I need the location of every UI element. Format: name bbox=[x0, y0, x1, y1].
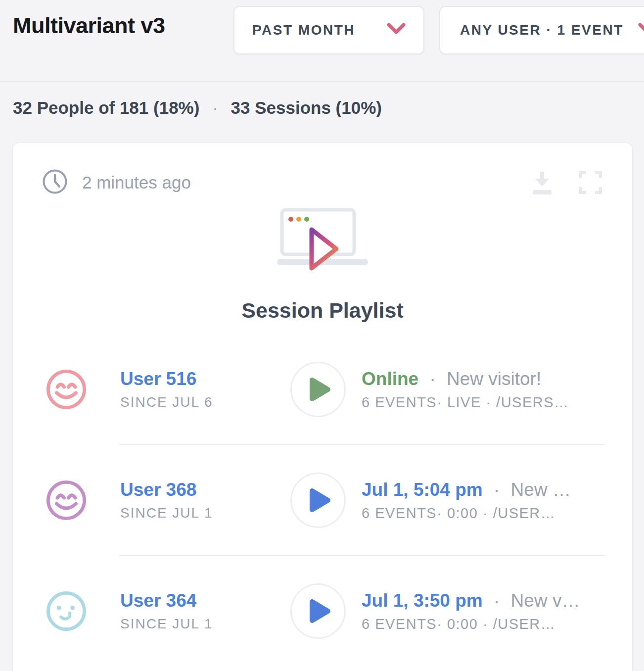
user-avatar-smirk-icon bbox=[45, 590, 88, 632]
user-avatar-smiley-icon bbox=[45, 479, 88, 522]
session-meta-text: 6 EVENTS· 0:00 · /USER… bbox=[362, 616, 612, 632]
session-meta-text: 6 EVENTS· 0:00 · /USER… bbox=[362, 505, 612, 522]
play-session-button[interactable] bbox=[290, 473, 346, 528]
status-secondary-text: New … bbox=[511, 479, 571, 500]
session-status-link[interactable]: Jul 1, 5:04 pm bbox=[362, 479, 483, 500]
status-separator: · bbox=[429, 369, 435, 389]
status-separator: · bbox=[494, 590, 500, 611]
people-count: 32 People of 181 (18%) bbox=[13, 98, 199, 117]
clock-icon bbox=[42, 168, 68, 197]
user-event-filter-label: ANY USER · 1 EVENT bbox=[460, 22, 624, 38]
header-divider bbox=[0, 81, 644, 82]
status-secondary-text: New visitor! bbox=[447, 369, 541, 389]
session-meta-text: 6 EVENTS· LIVE · /USERS… bbox=[362, 394, 612, 411]
user-link[interactable]: User 368 bbox=[120, 479, 290, 500]
user-link[interactable]: User 364 bbox=[120, 590, 290, 611]
card-title: Session Playlist bbox=[13, 298, 632, 323]
session-status-link[interactable]: Jul 1, 3:50 pm bbox=[362, 590, 483, 611]
user-avatar-smiley-icon bbox=[45, 368, 88, 411]
session-player-illustration-icon bbox=[13, 207, 632, 277]
user-since-label: SINCE JUL 1 bbox=[120, 505, 290, 521]
session-row: User 516 SINCE JUL 6 Online · New visito… bbox=[13, 335, 632, 444]
session-status-link[interactable]: Online bbox=[362, 369, 418, 389]
play-session-button[interactable] bbox=[290, 583, 346, 639]
chevron-down-icon bbox=[638, 22, 644, 38]
user-event-filter-button[interactable]: ANY USER · 1 EVENT bbox=[439, 6, 644, 54]
date-range-filter-label: PAST MONTH bbox=[252, 22, 355, 38]
user-since-label: SINCE JUL 6 bbox=[120, 394, 290, 410]
session-row: User 364 SINCE JUL 1 Jul 1, 3:50 pm · Ne… bbox=[13, 556, 632, 666]
sessions-count: 33 Sessions (10%) bbox=[231, 98, 382, 117]
chevron-down-icon bbox=[387, 22, 406, 38]
results-summary: 32 People of 181 (18%) · 33 Sessions (10… bbox=[13, 98, 382, 118]
play-session-button[interactable] bbox=[290, 362, 346, 417]
page-title: Multivariant v3 bbox=[13, 13, 165, 39]
summary-separator: · bbox=[212, 98, 218, 117]
status-secondary-text: New v… bbox=[511, 590, 580, 611]
user-since-label: SINCE JUL 1 bbox=[120, 616, 290, 632]
user-link[interactable]: User 516 bbox=[120, 369, 290, 389]
session-list: User 516 SINCE JUL 6 Online · New visito… bbox=[13, 335, 632, 666]
download-icon[interactable] bbox=[529, 170, 555, 195]
card-header: 2 minutes ago bbox=[13, 143, 632, 196]
last-updated-text: 2 minutes ago bbox=[82, 173, 191, 192]
status-separator: · bbox=[494, 479, 500, 500]
session-row: User 368 SINCE JUL 1 Jul 1, 5:04 pm · Ne… bbox=[13, 445, 632, 555]
session-playlist-card: 2 minutes ago bbox=[12, 143, 633, 671]
fullscreen-icon[interactable] bbox=[578, 170, 603, 195]
date-range-filter-button[interactable]: PAST MONTH bbox=[233, 6, 424, 54]
